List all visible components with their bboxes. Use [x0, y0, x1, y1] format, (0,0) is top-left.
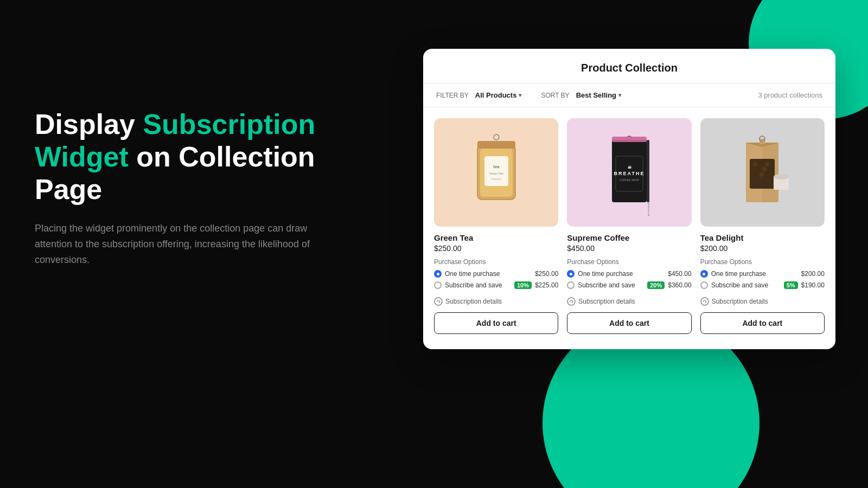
option-row-green-tea-subscribe[interactable]: Subscribe and save 10% $225.00	[434, 281, 558, 289]
subscription-details-text-tea-delight: Subscription details	[712, 298, 768, 305]
svg-point-25	[753, 162, 757, 166]
svg-point-35	[774, 174, 789, 179]
svg-point-36	[701, 298, 709, 305]
sort-value: Best Selling	[576, 91, 616, 99]
product-card-green-tea: tea Green Tea Premium Green Tea $250.00 …	[434, 118, 558, 334]
product-image-supreme-coffee: BREATHE COFFEE SHOP ☕ TAKE A BREAK WITH …	[567, 118, 691, 227]
option-price-tea-delight-subscribe: $190.00	[801, 281, 825, 289]
option-radio-supreme-coffee-subscribe[interactable]	[567, 281, 575, 289]
svg-text:☕: ☕	[627, 165, 631, 169]
option-price-supreme-coffee-onetime: $450.00	[668, 270, 691, 278]
headline-text-start: Display	[35, 108, 143, 140]
filter-by-label: FILTER BY	[436, 92, 469, 99]
svg-rect-2	[484, 156, 508, 186]
tea-delight-bag-icon	[730, 129, 795, 216]
option-text-tea-delight-subscribe: Subscribe and save	[711, 281, 781, 289]
subscription-icon-green-tea	[434, 297, 443, 306]
svg-point-29	[762, 167, 767, 172]
option-row-supreme-coffee-onetime[interactable]: One time purchase $450.00	[567, 270, 691, 278]
option-row-supreme-coffee-subscribe[interactable]: Subscribe and save 20% $360.00	[567, 281, 691, 289]
option-radio-tea-delight-onetime[interactable]	[700, 270, 708, 278]
option-text-supreme-coffee-onetime: One time purchase	[578, 270, 665, 278]
subscription-icon-supreme-coffee	[567, 297, 576, 306]
collection-title: Product Collection	[423, 49, 835, 84]
svg-rect-17	[647, 140, 649, 202]
option-price-supreme-coffee-subscribe: $360.00	[668, 281, 691, 289]
product-name-green-tea: Green Tea	[434, 233, 558, 242]
supreme-coffee-bag-icon: BREATHE COFFEE SHOP ☕ TAKE A BREAK WITH …	[597, 129, 662, 216]
product-price-green-tea: $250.00	[434, 244, 558, 253]
sort-by-label: SORT BY	[541, 92, 569, 99]
option-price-tea-delight-onetime: $200.00	[801, 270, 825, 278]
product-image-green-tea: tea Green Tea Premium	[434, 118, 558, 227]
svg-point-31	[760, 172, 764, 177]
subscription-details-green-tea[interactable]: Subscription details	[434, 297, 558, 306]
option-text-green-tea-onetime: One time purchase	[445, 270, 532, 278]
subscription-details-text-green-tea: Subscription details	[445, 298, 502, 305]
green-tea-bag-icon: tea Green Tea Premium	[464, 129, 529, 216]
product-name-supreme-coffee: Supreme Coffee	[567, 233, 691, 242]
filter-select[interactable]: All Products ▾	[475, 91, 522, 99]
save-badge-supreme-coffee: 20%	[647, 281, 665, 289]
product-card-supreme-coffee: BREATHE COFFEE SHOP ☕ TAKE A BREAK WITH …	[567, 118, 691, 334]
sort-section: SORT BY Best Selling ▾	[541, 91, 621, 99]
product-price-tea-delight: $200.00	[700, 244, 825, 253]
collection-card: Product Collection FILTER BY All Product…	[423, 49, 835, 349]
main-headline: Display Subscription Widget on Collectio…	[35, 108, 339, 206]
option-row-tea-delight-subscribe[interactable]: Subscribe and save 5% $190.00	[700, 281, 825, 289]
svg-point-32	[766, 172, 770, 176]
subscription-details-tea-delight[interactable]: Subscription details	[700, 297, 825, 306]
svg-point-27	[765, 162, 769, 166]
product-image-tea-delight	[700, 118, 825, 227]
subscription-icon-tea-delight	[700, 297, 709, 306]
svg-text:Green Tea: Green Tea	[489, 172, 504, 175]
purchase-options-label-tea-delight: Purchase Options	[700, 258, 825, 266]
svg-point-26	[759, 160, 764, 165]
option-row-green-tea-onetime[interactable]: One time purchase $250.00	[434, 270, 558, 278]
option-radio-supreme-coffee-onetime[interactable]	[567, 270, 575, 278]
option-text-tea-delight-onetime: One time purchase	[711, 270, 798, 278]
left-panel: Display Subscription Widget on Collectio…	[35, 108, 339, 268]
filter-chevron-icon: ▾	[519, 92, 521, 98]
save-badge-green-tea: 10%	[514, 281, 532, 289]
subscription-details-supreme-coffee[interactable]: Subscription details	[567, 297, 691, 306]
svg-text:Premium: Premium	[492, 178, 501, 181]
subscription-details-text-supreme-coffee: Subscription details	[578, 298, 635, 305]
sort-select[interactable]: Best Selling ▾	[576, 91, 621, 99]
option-text-supreme-coffee-subscribe: Subscribe and save	[578, 281, 644, 289]
add-to-cart-supreme-coffee[interactable]: Add to cart	[567, 312, 691, 334]
filter-value: All Products	[475, 91, 517, 99]
option-radio-tea-delight-subscribe[interactable]	[700, 281, 708, 289]
product-count: 3 product collections	[758, 91, 822, 99]
svg-point-18	[567, 298, 575, 305]
option-row-tea-delight-onetime[interactable]: One time purchase $200.00	[700, 270, 825, 278]
option-price-green-tea-onetime: $250.00	[535, 270, 558, 278]
product-name-tea-delight: Tea Delight	[700, 233, 825, 242]
add-to-cart-tea-delight[interactable]: Add to cart	[700, 312, 825, 334]
purchase-options-label-supreme-coffee: Purchase Options	[567, 258, 691, 266]
svg-point-28	[756, 166, 760, 171]
svg-text:tea: tea	[493, 164, 500, 169]
option-text-green-tea-subscribe: Subscribe and save	[445, 281, 511, 289]
sort-chevron-icon: ▾	[618, 92, 621, 98]
svg-point-8	[435, 298, 442, 305]
option-price-green-tea-subscribe: $225.00	[535, 281, 558, 289]
filter-bar: FILTER BY All Products ▾ SORT BY Best Se…	[423, 84, 835, 107]
product-price-supreme-coffee: $450.00	[567, 244, 691, 253]
option-radio-green-tea-onetime[interactable]	[434, 270, 442, 278]
svg-point-30	[753, 171, 757, 176]
svg-rect-11	[612, 137, 647, 142]
subtext: Placing the widget prominently on the co…	[35, 221, 339, 267]
svg-rect-6	[477, 141, 515, 149]
svg-text:BREATHE: BREATHE	[614, 171, 645, 176]
product-grid: tea Green Tea Premium Green Tea $250.00 …	[423, 107, 835, 334]
save-badge-tea-delight: 5%	[784, 281, 798, 289]
option-radio-green-tea-subscribe[interactable]	[434, 281, 442, 289]
product-card-tea-delight: Tea Delight $200.00 Purchase Options One…	[700, 118, 825, 334]
add-to-cart-green-tea[interactable]: Add to cart	[434, 312, 558, 334]
svg-point-7	[494, 134, 499, 140]
purchase-options-label-green-tea: Purchase Options	[434, 258, 558, 266]
svg-text:COFFEE SHOP: COFFEE SHOP	[620, 178, 640, 182]
